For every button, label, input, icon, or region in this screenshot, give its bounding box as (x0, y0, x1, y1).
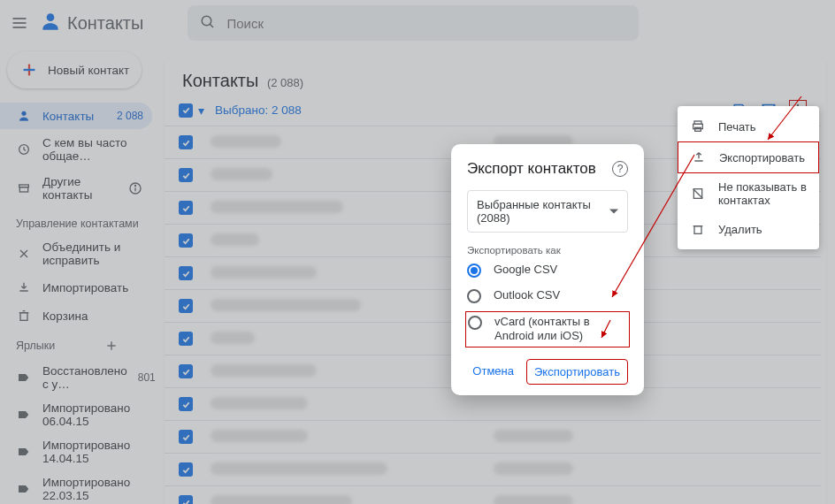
help-icon[interactable]: ? (612, 161, 628, 177)
dialog-export-button[interactable]: Экспортировать (526, 359, 628, 385)
overflow-menu: ПечатьЭкспортироватьНе показывать в конт… (678, 106, 819, 249)
export-dialog: Экспорт контактов ? Выбранные контакты (… (451, 144, 644, 395)
print-icon (690, 118, 706, 134)
export-format-option[interactable]: Outlook CSV (467, 288, 628, 303)
menu-item-export[interactable]: Экспортировать (678, 141, 819, 173)
export-format-radio-group: Google CSVOutlook CSVvCard (контакты в A… (467, 263, 628, 345)
menu-item-delete[interactable]: Удалить (678, 214, 819, 244)
menu-item-print[interactable]: Печать (678, 111, 819, 141)
dialog-scope-select[interactable]: Выбранные контакты (2088) (467, 190, 628, 233)
export-icon (691, 149, 707, 165)
radio-icon (467, 263, 481, 278)
svg-line-28 (693, 189, 703, 199)
menu-item-hide[interactable]: Не показывать в контактах (678, 173, 819, 214)
dialog-cancel-button[interactable]: Отмена (465, 359, 521, 385)
export-format-option[interactable]: vCard (контакты в Android или iOS) (465, 311, 630, 347)
svg-rect-29 (694, 226, 701, 234)
dialog-title: Экспорт контактов ? (467, 160, 628, 178)
dialog-scrim[interactable] (0, 0, 835, 504)
radio-icon (468, 316, 482, 330)
delete-icon (690, 221, 706, 237)
hide-icon (690, 186, 706, 202)
radio-icon (467, 289, 481, 303)
dialog-sublabel: Экспортировать как (467, 245, 628, 256)
export-format-option[interactable]: Google CSV (467, 263, 628, 278)
